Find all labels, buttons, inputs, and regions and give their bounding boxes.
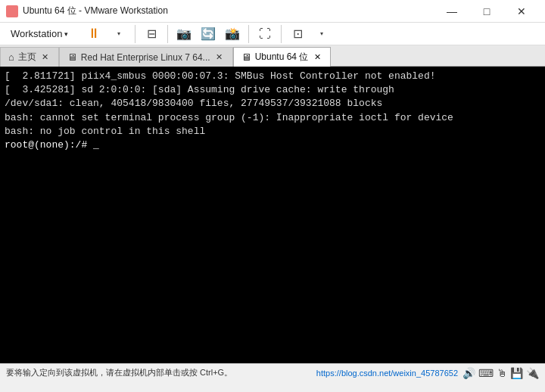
maximize-button[interactable]: □ [469,0,504,23]
content-area: [ 2.811721] piix4_smbus 0000:00:07.3: SM… [0,67,545,363]
tabs-bar: ⌂ 主页 ✕ 🖥 Red Hat Enterprise Linux 7 64..… [0,45,545,67]
menu-bar: Workstation ▾ ⏸ ▾ ⊟ 📷 🔄 📸 ⛶ [0,23,545,45]
terminal-line-2: [ 3.425281] sd 2:0:0:0: [sda] Assuming d… [5,83,540,97]
terminal-line-3: /dev/sda1: clean, 405418/9830400 files, … [5,97,540,110]
sound-icon[interactable]: 🔊 [462,367,475,379]
hdd-icon[interactable]: 💾 [510,367,523,379]
sep3 [248,25,249,43]
rhel-tab-icon: 🖥 [67,51,77,63]
pause-button[interactable]: ⏸ [82,23,106,45]
snapshot-manager-icon: 📸 [225,26,240,41]
snapshot-button[interactable]: 📷 [173,23,195,45]
terminal-line-1: [ 2.811721] piix4_smbus 0000:00:07.3: SM… [5,70,540,83]
unity-icon: ⊡ [293,26,303,41]
pause-dropdown[interactable]: ▾ [107,23,130,45]
app-icon [6,5,18,17]
status-link[interactable]: https://blog.csdn.net/weixin_45787652 [316,369,458,378]
tab-ubuntu-label: Ubuntu 64 位 [255,51,309,64]
tab-rhel-label: Red Hat Enterprise Linux 7 64... [81,52,210,63]
tab-home-close[interactable]: ✕ [40,52,51,63]
sep2 [167,25,168,43]
sep1 [135,25,135,43]
unity-dropdown[interactable]: ▾ [310,23,333,45]
keyboard-icon: ⊟ [147,26,157,41]
unity-arrow-icon: ▾ [320,30,323,37]
status-bar: 要将输入定向到该虚拟机，请在虚拟机内部单击或按 Ctrl+G。 https://… [0,363,545,381]
tab-rhel-close[interactable]: ✕ [214,52,225,63]
title-text: Ubuntu 64 位 - VMware Workstation [23,5,434,17]
menu-workstation-arrow: ▾ [64,30,68,38]
close-button[interactable]: ✕ [504,0,539,23]
ubuntu-tab-icon: 🖥 [241,51,251,63]
mouse-icon[interactable]: 🖱 [497,367,507,379]
tab-ubuntu[interactable]: 🖥 Ubuntu 64 位 ✕ [233,47,332,67]
pause-arrow-icon: ▾ [117,30,120,37]
title-bar: Ubuntu 64 位 - VMware Workstation — □ ✕ [0,0,545,23]
status-right: https://blog.csdn.net/weixin_45787652 🔊 … [316,367,539,379]
sep4 [281,25,282,43]
menu-workstation-label: Workstation [11,28,62,39]
network-icon[interactable]: 🔌 [526,367,539,379]
status-text: 要将输入定向到该虚拟机，请在虚拟机内部单击或按 Ctrl+G。 [6,367,316,378]
home-tab-icon: ⌂ [8,51,14,63]
tab-rhel[interactable]: 🖥 Red Hat Enterprise Linux 7 64... ✕ [59,47,233,67]
terminal-line-6: root@(none):/# _ [5,138,540,152]
window-controls: — □ ✕ [434,0,539,23]
keyboard-status-icon[interactable]: ⌨ [478,367,494,379]
snapshot-restore-icon: 🔄 [201,26,216,41]
menu-workstation[interactable]: Workstation ▾ [3,23,76,45]
tab-home-label: 主页 [18,51,36,64]
terminal-line-4: bash: cannot set terminal process group … [5,111,540,125]
send-keys-button[interactable]: ⊟ [140,23,163,45]
snapshot-manager-button[interactable]: 📸 [221,23,244,45]
tab-home[interactable]: ⌂ 主页 ✕ [0,47,59,67]
fullscreen-button[interactable]: ⛶ [254,23,276,45]
status-icons: 🔊 ⌨ 🖱 💾 🔌 [462,367,539,379]
pause-icon: ⏸ [87,26,101,42]
terminal[interactable]: [ 2.811721] piix4_smbus 0000:00:07.3: SM… [0,67,545,363]
tab-ubuntu-close[interactable]: ✕ [312,52,322,63]
camera-icon: 📷 [176,26,192,41]
terminal-line-5: bash: no job control in this shell [5,125,540,138]
minimize-button[interactable]: — [434,0,469,23]
fullscreen-icon: ⛶ [259,27,271,41]
snapshot-restore-button[interactable]: 🔄 [197,23,220,45]
unity-button[interactable]: ⊡ [286,23,309,45]
